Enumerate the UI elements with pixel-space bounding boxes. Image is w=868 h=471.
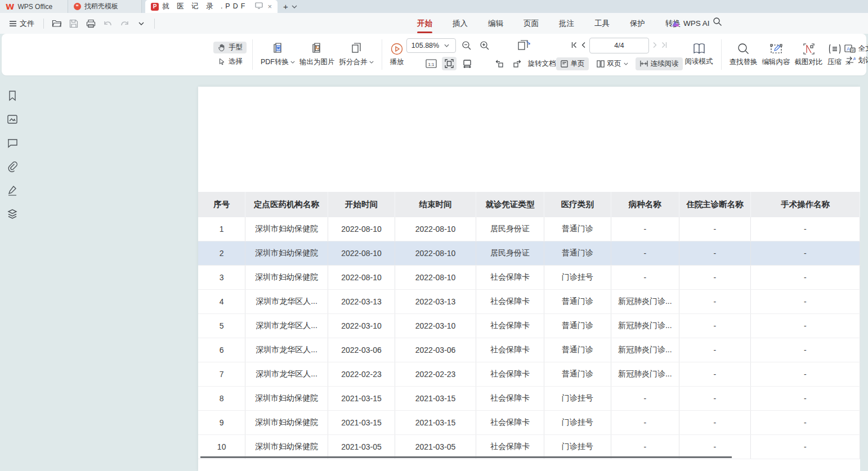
pdf-convert-button[interactable]: PDF转换 xyxy=(258,41,297,68)
zoom-in-icon xyxy=(480,41,490,51)
double-page-button[interactable]: 双页 xyxy=(592,57,632,70)
table-cell: 2022-03-06 xyxy=(395,338,476,362)
wps-ai-button[interactable]: WPS AI xyxy=(671,13,710,34)
table-row: 1深圳市妇幼保健院2022-08-102022-08-10居民身份证普通门诊--… xyxy=(198,217,860,241)
compress-button[interactable]: 压缩 xyxy=(825,41,844,68)
signature-icon[interactable] xyxy=(6,184,19,196)
table-cell: 普通门诊 xyxy=(544,217,611,241)
close-tab-icon[interactable]: × xyxy=(267,2,272,11)
tab-wps-office[interactable]: W WPS Office xyxy=(0,0,68,13)
new-tab-icon[interactable]: + xyxy=(283,2,288,11)
single-page-icon xyxy=(560,60,569,68)
menu-item-6[interactable]: 保护 xyxy=(627,17,648,30)
tab-docer-label: 找稻壳模板 xyxy=(84,2,118,11)
full-translate-label: 全文翻译 xyxy=(858,44,868,53)
file-menu-button[interactable]: 文件 xyxy=(6,16,38,31)
zoom-out-button[interactable] xyxy=(459,39,474,52)
layers-icon[interactable] xyxy=(6,208,19,220)
export-image-icon xyxy=(310,42,324,56)
wps-ai-label: WPS AI xyxy=(683,19,710,28)
print-button[interactable] xyxy=(83,17,98,30)
zoom-level-input[interactable] xyxy=(407,41,444,50)
hand-icon xyxy=(217,43,226,52)
svg-text:A: A xyxy=(853,56,856,61)
single-page-button[interactable]: 单页 xyxy=(556,57,589,70)
menu-item-5[interactable]: 工具 xyxy=(591,17,613,30)
comment-icon[interactable] xyxy=(6,137,19,149)
fit-page-button[interactable] xyxy=(460,57,475,70)
rotate-left-button[interactable] xyxy=(492,57,507,70)
table-cell: 2 xyxy=(198,241,245,266)
folder-open-icon xyxy=(52,19,62,28)
edit-content-button[interactable]: 编辑内容 xyxy=(760,41,793,68)
first-page-button[interactable] xyxy=(571,41,578,51)
rotate-doc-button[interactable]: 旋转文档 xyxy=(528,59,556,69)
rotate-right-button[interactable] xyxy=(510,57,525,70)
select-tool-button[interactable]: 选择 xyxy=(213,56,247,68)
zoom-level-control[interactable] xyxy=(406,38,456,53)
pdf-page[interactable]: 序号定点医药机构名称开始时间结束时间就诊凭证类型医疗类别病种名称住院主诊断名称手… xyxy=(198,87,860,471)
table-cell: - xyxy=(750,290,860,314)
table-cell: 2022-03-10 xyxy=(328,314,395,338)
export-image-button[interactable]: 输出为图片 xyxy=(297,41,337,68)
thumbnail-icon[interactable] xyxy=(6,113,19,125)
page-number-input[interactable] xyxy=(589,38,649,53)
prev-page-button[interactable] xyxy=(581,41,586,51)
table-cell: - xyxy=(611,217,679,241)
find-replace-label: 查找替换 xyxy=(730,57,758,67)
next-page-button[interactable] xyxy=(652,41,657,51)
vertical-scrollbar-track[interactable] xyxy=(860,77,868,471)
table-cell: - xyxy=(679,241,751,266)
split-merge-button[interactable]: 拆分合并 xyxy=(337,41,376,68)
menu-item-3[interactable]: 页面 xyxy=(520,17,542,30)
undo-button[interactable] xyxy=(100,17,115,30)
quick-tools-chevron[interactable] xyxy=(134,17,149,30)
open-file-button[interactable] xyxy=(50,17,64,30)
svg-text:A: A xyxy=(846,46,849,52)
table-cell: - xyxy=(750,338,860,362)
bookmark-icon[interactable] xyxy=(6,89,19,102)
actual-size-button[interactable]: 1:1 xyxy=(424,57,439,70)
table-cell: 深圳市妇幼保健院 xyxy=(245,241,328,266)
zoom-out-icon xyxy=(462,41,472,51)
fit-width-button[interactable] xyxy=(442,57,457,70)
table-cell: 2022-08-10 xyxy=(395,241,476,266)
menu-item-1[interactable]: 插入 xyxy=(449,17,471,30)
save-button[interactable] xyxy=(66,17,81,30)
menu-item-4[interactable]: 批注 xyxy=(556,17,578,30)
rotate-right-icon xyxy=(512,59,522,68)
continuous-read-button[interactable]: 连续阅读 xyxy=(636,57,683,70)
chevron-down-icon[interactable] xyxy=(444,44,449,47)
zoom-in-button[interactable] xyxy=(477,39,492,52)
menu-item-0[interactable]: 开始 xyxy=(414,17,436,30)
play-button[interactable]: 播放 xyxy=(388,41,406,68)
menu-search-button[interactable] xyxy=(713,17,722,29)
table-row: 4深圳市龙华区人...2022-03-132022-03-13社会保障卡普通门诊… xyxy=(198,290,860,314)
read-mode-button[interactable]: 阅读模式 xyxy=(683,42,715,68)
table-cell: 2021-03-15 xyxy=(328,411,395,435)
find-replace-button[interactable]: 查找替换 xyxy=(727,41,760,68)
screenshot-compare-button[interactable]: 截图对比 xyxy=(793,41,825,68)
table-bottom-border xyxy=(200,456,732,458)
chevron-down-icon xyxy=(138,22,144,25)
table-cell: 普通门诊 xyxy=(544,338,611,362)
table-cell: 社会保障卡 xyxy=(476,314,544,338)
window-tab-bar: W WPS Office ❞ 找稻壳模板 P 就 医 记 录 .PDF × + xyxy=(0,0,868,13)
compress-icon xyxy=(827,42,842,56)
table-cell: 2022-08-10 xyxy=(395,266,476,290)
tab-list-chevron-icon[interactable] xyxy=(292,5,297,8)
table-cell: 居民身份证 xyxy=(476,217,544,241)
full-translate-button[interactable]: A字 全文翻译 xyxy=(844,44,868,53)
tab-document-active[interactable]: P 就 医 记 录 .PDF × xyxy=(145,0,278,13)
rotate-pages-icon[interactable] xyxy=(517,39,531,52)
attachment-icon[interactable] xyxy=(6,160,19,173)
word-translate-button[interactable]: A文 划词翻译 xyxy=(844,56,868,65)
menu-item-2[interactable]: 编辑 xyxy=(485,17,507,30)
one-to-one-icon: 1:1 xyxy=(426,59,437,68)
tab-docer-templates[interactable]: ❞ 找稻壳模板 xyxy=(68,0,142,13)
table-cell: 深圳市龙华区人... xyxy=(245,362,328,387)
redo-button[interactable] xyxy=(117,17,132,30)
hand-tool-button[interactable]: 手型 xyxy=(213,42,247,53)
monitor-icon[interactable] xyxy=(255,2,263,11)
last-page-button[interactable] xyxy=(661,41,668,51)
